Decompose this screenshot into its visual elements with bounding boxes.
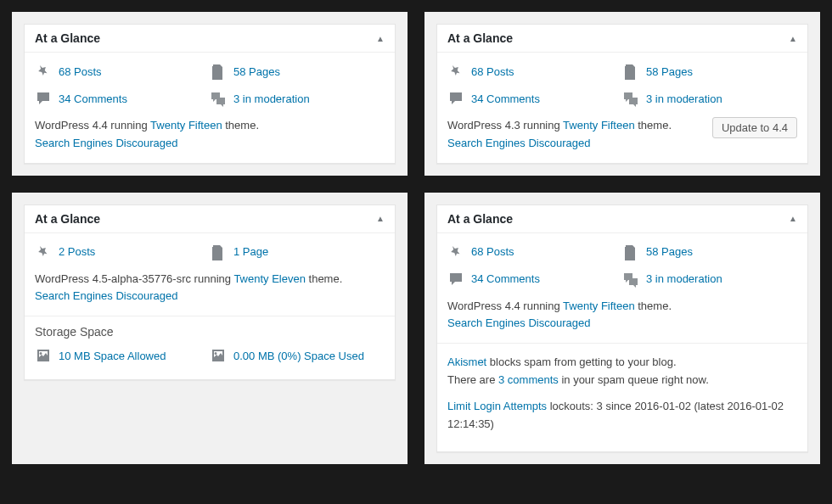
media-icon: [210, 347, 227, 364]
version-info: WordPress 4.4 running Twenty Fifteen the…: [35, 117, 385, 153]
comment-icon: [447, 90, 464, 107]
stat-posts: 68 Posts: [447, 238, 622, 266]
widget-body: 68 Posts 58 Pages 34 Comments 3 in moder…: [437, 233, 807, 452]
widget-title: At a Glance: [35, 212, 100, 226]
posts-link[interactable]: 2 Posts: [59, 245, 95, 258]
search-engines-link[interactable]: Search Engines Discouraged: [35, 289, 177, 302]
at-a-glance-widget: At a Glance ▲ 68 Posts 58 Pages 34 Comm: [436, 24, 808, 164]
posts-link[interactable]: 68 Posts: [471, 65, 514, 78]
pages-link[interactable]: 58 Pages: [233, 65, 280, 78]
version-text-post: theme.: [635, 300, 672, 312]
at-a-glance-widget: At a Glance ▲ 68 Posts 58 Pages 34 Comm: [24, 24, 396, 164]
posts-link[interactable]: 68 Posts: [59, 65, 102, 78]
moderation-link[interactable]: 3 in moderation: [233, 92, 310, 105]
version-text-pre: WordPress 4.4 running: [447, 300, 563, 312]
version-text-pre: WordPress 4.4 running: [35, 119, 150, 132]
stats-list: 68 Posts 58 Pages 34 Comments 3 in moder…: [447, 238, 797, 293]
theme-link[interactable]: Twenty Fifteen: [563, 300, 635, 312]
stat-comments: 34 Comments: [447, 85, 622, 112]
search-engines-link[interactable]: Search Engines Discouraged: [447, 316, 590, 329]
widget-title: At a Glance: [447, 31, 513, 45]
pin-icon: [35, 244, 52, 260]
collapse-icon[interactable]: ▲: [376, 214, 385, 223]
pin-icon: [447, 63, 464, 80]
stat-moderation: 3 in moderation: [622, 266, 797, 293]
at-a-glance-widget: At a Glance ▲ 68 Posts 58 Pages 34 Comm: [436, 204, 808, 453]
collapse-icon[interactable]: ▲: [789, 34, 797, 43]
stat-pages: 58 Pages: [210, 58, 385, 85]
comment-icon: [447, 271, 464, 288]
version-text-post: theme.: [635, 119, 672, 132]
theme-link[interactable]: Twenty Eleven: [233, 272, 306, 285]
dashboard-cell: At a Glance ▲ 68 Posts 58 Pages 34 Comm: [424, 193, 820, 465]
update-button[interactable]: Update to 4.4: [712, 117, 797, 138]
media-icon: [35, 347, 52, 364]
search-engines-link[interactable]: Search Engines Discouraged: [447, 137, 590, 149]
widget-header[interactable]: At a Glance ▲: [25, 25, 395, 53]
stat-posts: 2 Posts: [35, 238, 210, 266]
page-icon: [210, 244, 227, 260]
moderation-link[interactable]: 3 in moderation: [646, 272, 722, 285]
pages-link[interactable]: 1 Page: [233, 245, 268, 258]
version-text-pre: WordPress 4.5-alpha-35776-src running: [35, 272, 233, 285]
widget-header[interactable]: At a Glance ▲: [437, 25, 807, 53]
moderation-icon: [622, 90, 639, 107]
lla-link[interactable]: Limit Login Attempts: [447, 400, 547, 412]
stat-moderation: 3 in moderation: [210, 85, 385, 112]
stat-pages: 58 Pages: [622, 58, 797, 85]
theme-link[interactable]: Twenty Fifteen: [150, 119, 222, 132]
plugin-info: Akismet blocks spam from getting to your…: [437, 343, 807, 433]
stat-posts: 68 Posts: [447, 58, 622, 85]
akismet-text: blocks spam from getting to your blog.: [486, 356, 676, 368]
storage-allowed: 10 MB Space Allowed: [35, 342, 210, 369]
dashboard-cell: At a Glance ▲ 2 Posts 1 Page WordP: [12, 193, 408, 465]
page-icon: [210, 63, 227, 80]
akismet-link[interactable]: Akismet: [447, 356, 486, 368]
version-info: WordPress 4.5-alpha-35776-src running Tw…: [35, 271, 385, 306]
stat-pages: 1 Page: [210, 238, 385, 266]
comments-link[interactable]: 34 Comments: [471, 92, 540, 105]
version-text-pre: WordPress 4.3 running: [447, 119, 563, 132]
comments-link[interactable]: 34 Comments: [471, 272, 540, 285]
posts-link[interactable]: 68 Posts: [471, 245, 514, 258]
at-a-glance-widget: At a Glance ▲ 2 Posts 1 Page WordP: [24, 204, 396, 381]
spam-pre: There are: [447, 373, 498, 386]
dashboard-cell: At a Glance ▲ 68 Posts 58 Pages 34 Comm: [12, 12, 408, 176]
storage-allowed-link[interactable]: 10 MB Space Allowed: [59, 350, 166, 362]
widget-title: At a Glance: [447, 212, 513, 226]
spam-post: in your spam queue right now.: [559, 373, 709, 386]
pin-icon: [447, 244, 464, 260]
page-icon: [622, 244, 639, 260]
widget-header[interactable]: At a Glance ▲: [25, 205, 395, 233]
storage-heading: Storage Space: [25, 316, 395, 342]
stat-comments: 34 Comments: [447, 266, 622, 293]
akismet-info: Akismet blocks spam from getting to your…: [447, 354, 797, 389]
moderation-icon: [210, 90, 227, 107]
version-info: WordPress 4.3 running Twenty Fifteen the…: [447, 117, 797, 153]
widget-header[interactable]: At a Glance ▲: [437, 205, 807, 233]
lla-info: Limit Login Attempts lockouts: 3 since 2…: [447, 398, 797, 434]
pages-link[interactable]: 58 Pages: [646, 65, 693, 78]
theme-link[interactable]: Twenty Fifteen: [563, 119, 635, 132]
stat-moderation: 3 in moderation: [622, 85, 797, 112]
page-icon: [622, 63, 639, 80]
comments-link[interactable]: 34 Comments: [59, 92, 127, 105]
comment-icon: [35, 90, 52, 107]
version-text-post: theme.: [222, 119, 259, 132]
collapse-icon[interactable]: ▲: [789, 214, 797, 223]
pin-icon: [35, 63, 52, 80]
widget-body: 2 Posts 1 Page WordPress 4.5-alpha-35776…: [25, 233, 395, 380]
dashboard-cell: At a Glance ▲ 68 Posts 58 Pages 34 Comm: [424, 12, 820, 176]
stats-list: 68 Posts 58 Pages 34 Comments 3 in moder…: [447, 58, 797, 112]
collapse-icon[interactable]: ▲: [376, 34, 385, 43]
stat-comments: 34 Comments: [35, 85, 210, 112]
storage-used-link[interactable]: 0.00 MB (0%) Space Used: [233, 350, 364, 362]
search-engines-link[interactable]: Search Engines Discouraged: [35, 137, 177, 149]
moderation-icon: [622, 271, 639, 288]
spam-link[interactable]: 3 comments: [498, 373, 559, 386]
widget-body: 68 Posts 58 Pages 34 Comments 3 in moder…: [437, 53, 807, 163]
stats-list: 68 Posts 58 Pages 34 Comments 3 in moder…: [35, 58, 385, 112]
moderation-link[interactable]: 3 in moderation: [646, 92, 722, 105]
pages-link[interactable]: 58 Pages: [646, 245, 693, 258]
storage-list: 10 MB Space Allowed 0.00 MB (0%) Space U…: [35, 342, 385, 369]
